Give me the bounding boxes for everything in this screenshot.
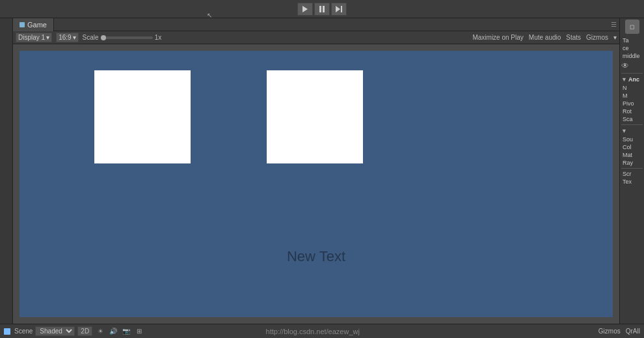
scale-track[interactable] bbox=[101, 36, 153, 39]
step-button[interactable] bbox=[331, 3, 347, 16]
game-panel: Game ☰ Display 1 ▾ 16:9 ▾ Scale 1x Ma bbox=[13, 18, 619, 324]
collapse-arrow-2[interactable]: ▼ bbox=[621, 128, 627, 134]
scene-icon bbox=[4, 328, 10, 335]
gizmos-chevron[interactable]: ▾ bbox=[613, 34, 617, 41]
inspector-eye-row-2: ▼ bbox=[621, 128, 643, 134]
play-icon bbox=[302, 6, 308, 12]
display-dropdown[interactable]: Display 1 ▾ bbox=[16, 33, 52, 42]
aspect-dropdown[interactable]: 16:9 ▾ bbox=[56, 33, 78, 42]
toolbar-right: Maximize on Play Mute audio Stats Gizmos… bbox=[472, 34, 617, 41]
pause-button[interactable] bbox=[314, 3, 330, 16]
game-canvas: New Text bbox=[20, 51, 613, 317]
bottom-right: Gizmos QrAll bbox=[598, 328, 640, 335]
inspector-ce-label: ce bbox=[621, 44, 643, 52]
inspector-divider-2 bbox=[621, 124, 643, 125]
top-toolbar: ↖ bbox=[0, 0, 644, 18]
inspector-icon-row: ◻ bbox=[621, 20, 643, 34]
step-icon bbox=[336, 6, 342, 12]
settings-icon[interactable]: ⊞ bbox=[134, 326, 144, 337]
audio-icon[interactable]: 🔊 bbox=[108, 326, 118, 337]
camera-icon[interactable]: 📷 bbox=[121, 326, 131, 337]
tab-options-menu[interactable]: ☰ bbox=[611, 21, 619, 28]
game-tab-label: Game bbox=[27, 21, 47, 29]
inspector-script-label: Scr bbox=[621, 170, 643, 178]
inspector-n-label: N bbox=[621, 84, 643, 92]
game-viewport: New Text bbox=[13, 44, 619, 324]
bottom-bar: Scene Shaded 2D ☀ 🔊 📷 ⊞ http://blog.csdn… bbox=[0, 324, 644, 338]
white-box-2 bbox=[267, 70, 363, 163]
game-tab-header: Game ☰ bbox=[13, 18, 619, 31]
scale-thumb bbox=[101, 35, 106, 40]
sun-icon[interactable]: ☀ bbox=[95, 326, 105, 337]
inspector-material-label: Mat bbox=[621, 151, 643, 159]
bottom-center: http://blog.csdn.net/eazew_wj bbox=[266, 328, 360, 335]
game-toolbar: Display 1 ▾ 16:9 ▾ Scale 1x Maximize on … bbox=[13, 31, 619, 44]
stats-label[interactable]: Stats bbox=[566, 34, 581, 41]
eye-icon: 👁 bbox=[621, 61, 629, 70]
white-box-1 bbox=[94, 70, 191, 163]
scene-label[interactable]: Scene bbox=[14, 328, 33, 335]
anchor-section: ▼ Anc bbox=[621, 75, 643, 84]
inspector-divider-3 bbox=[621, 168, 643, 169]
maximize-label[interactable]: Maximize on Play bbox=[472, 34, 523, 41]
gizmos-bottom-label[interactable]: Gizmos bbox=[598, 328, 621, 335]
url-text: http://blog.csdn.net/eazew_wj bbox=[266, 328, 360, 335]
inspector-scale-label: Sca bbox=[621, 115, 643, 123]
game-tab-icon bbox=[20, 22, 25, 27]
main-area: Game ☰ Display 1 ▾ 16:9 ▾ Scale 1x Ma bbox=[0, 18, 644, 324]
scale-bar: Scale 1x bbox=[83, 34, 162, 41]
shaded-select[interactable]: Shaded bbox=[35, 326, 75, 336]
gizmos-label[interactable]: Gizmos bbox=[586, 34, 608, 41]
inspector-color-label: Col bbox=[621, 143, 643, 151]
play-button[interactable] bbox=[297, 3, 313, 16]
inspector-source-label: Sou bbox=[621, 135, 643, 143]
inspector-text-label: Tex bbox=[621, 178, 643, 186]
bottom-left: Scene Shaded 2D ☀ 🔊 📷 ⊞ bbox=[4, 326, 144, 337]
inspector-cube-icon: ◻ bbox=[625, 20, 639, 34]
inspector-m-label: M bbox=[621, 92, 643, 100]
inspector-eye-row: 👁 bbox=[621, 61, 643, 70]
canvas-text-label: New Text bbox=[287, 248, 345, 265]
inspector-middle-label: middle bbox=[621, 52, 643, 60]
qall-label[interactable]: QrAll bbox=[626, 328, 640, 335]
anchor-arrow[interactable]: ▼ bbox=[621, 76, 627, 83]
mute-label[interactable]: Mute audio bbox=[529, 34, 561, 41]
inspector-ta-label: Ta bbox=[621, 36, 643, 44]
left-panel bbox=[0, 18, 13, 324]
mode-2d-label[interactable]: 2D bbox=[77, 326, 92, 336]
pause-icon bbox=[319, 6, 325, 12]
anchor-label: Anc bbox=[628, 76, 639, 83]
inspector-raycast-label: Ray bbox=[621, 159, 643, 167]
inspector-rotation-label: Rot bbox=[621, 107, 643, 115]
game-tab[interactable]: Game bbox=[13, 18, 54, 31]
inspector-panel: ◻ Ta ce middle 👁 ▼ Anc N M Pivo Rot Sca … bbox=[619, 18, 644, 324]
inspector-divider-1 bbox=[621, 73, 643, 74]
inspector-pivot-label: Pivo bbox=[621, 100, 643, 107]
